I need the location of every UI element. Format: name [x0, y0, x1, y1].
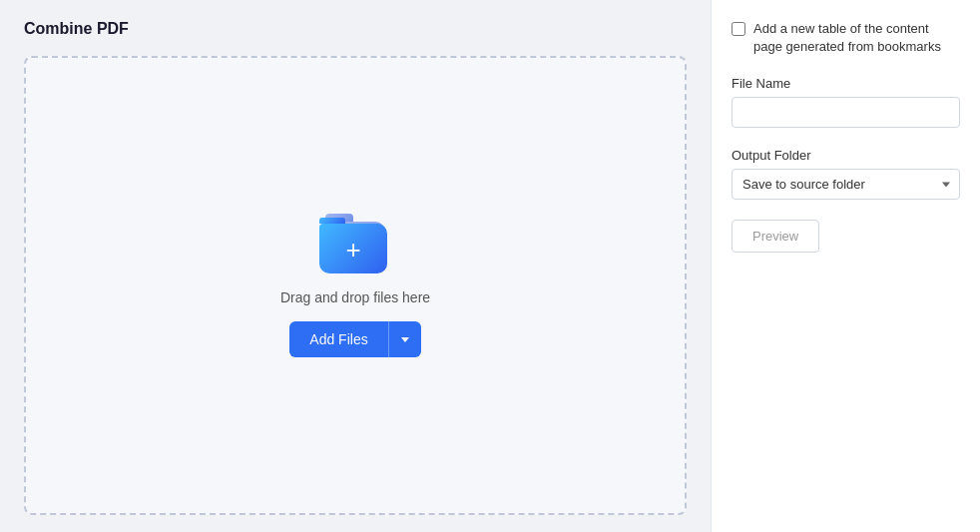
chevron-down-icon [401, 337, 409, 342]
output-folder-label: Output Folder [732, 148, 960, 163]
add-files-group: Add Files [289, 321, 420, 357]
file-name-input[interactable] [732, 97, 960, 128]
folder-front: + [319, 224, 387, 273]
plus-icon: + [345, 237, 360, 263]
right-panel: Add a new table of the content page gene… [711, 0, 980, 532]
folder-icon: + [319, 214, 391, 273]
main-area: Combine PDF + Drag and drop files here A… [0, 0, 711, 532]
drag-drop-text: Drag and drop files here [280, 289, 430, 305]
file-name-group: File Name [732, 76, 960, 128]
file-name-label: File Name [732, 76, 960, 91]
bookmarks-label: Add a new table of the content page gene… [753, 20, 960, 56]
bookmarks-checkbox-row: Add a new table of the content page gene… [732, 20, 960, 56]
page-title: Combine PDF [24, 20, 687, 38]
add-files-dropdown-button[interactable] [388, 321, 421, 357]
drop-zone: + Drag and drop files here Add Files [24, 56, 687, 515]
output-folder-select-wrapper: Save to source folder Choose folder... [732, 169, 960, 200]
output-folder-group: Output Folder Save to source folder Choo… [732, 148, 960, 200]
bookmarks-checkbox[interactable] [732, 22, 745, 36]
output-folder-select[interactable]: Save to source folder Choose folder... [732, 169, 960, 200]
add-files-button[interactable]: Add Files [289, 321, 387, 357]
preview-button[interactable]: Preview [732, 220, 819, 253]
